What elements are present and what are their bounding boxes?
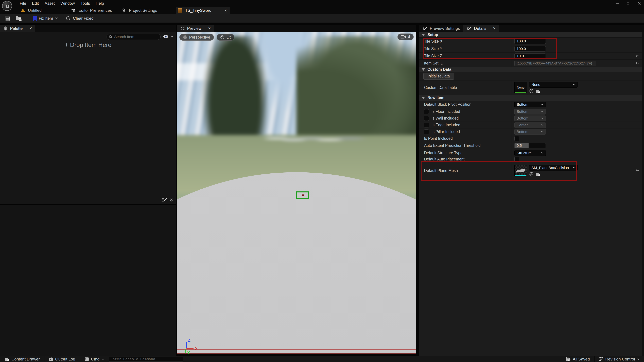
close-icon[interactable]: [634, 0, 644, 7]
tab-label: Palette: [10, 26, 23, 31]
revert-to-default-icon[interactable]: [635, 61, 640, 65]
camera-speed-button[interactable]: 4: [398, 34, 414, 40]
save-button[interactable]: [5, 15, 11, 21]
fix-item-button[interactable]: Fix Item: [33, 16, 58, 21]
auto-placement-checkbox[interactable]: [514, 157, 519, 162]
chevron-down-icon: [541, 152, 544, 154]
is-wall-checkbox[interactable]: [424, 116, 429, 121]
minimize-icon[interactable]: [613, 0, 622, 7]
row-is-floor-included: Is Floor Included Bottom: [419, 108, 644, 115]
structure-type-dropdown[interactable]: Structure: [514, 150, 546, 156]
tile-size-y-input[interactable]: 100.0: [514, 46, 546, 52]
lit-mode-button[interactable]: Lit: [216, 34, 234, 41]
palette-footer-icons: [162, 197, 173, 203]
section-setup[interactable]: Setup: [419, 32, 644, 38]
row-is-pillar-included: Is Pillar Included Bottom: [419, 129, 644, 135]
revision-control-button[interactable]: Revision Control: [594, 356, 644, 362]
row-tile-size-x: Tile Size X 100.0: [419, 38, 644, 45]
tab-preview[interactable]: Preview ×: [177, 25, 214, 32]
edit-defaults-icon[interactable]: [162, 197, 167, 203]
property-label: Is Wall Included: [432, 116, 459, 121]
tab-label: Project Settings: [129, 8, 157, 13]
console-command-input[interactable]: [110, 357, 180, 361]
use-selected-asset-icon[interactable]: [529, 172, 534, 176]
property-label: Is Point Included: [419, 136, 512, 141]
cube-icon: [183, 35, 187, 39]
restore-icon[interactable]: [624, 0, 633, 7]
pivot-dot: [302, 194, 304, 196]
close-icon[interactable]: ×: [208, 26, 211, 31]
grid-axis-line-red: [177, 349, 416, 350]
branch-icon: [599, 357, 603, 361]
menu-tools[interactable]: Tools: [78, 0, 93, 7]
content-drawer-button[interactable]: Content Drawer: [0, 356, 44, 362]
tab-ts-tinysword[interactable]: TS_TinySword ×: [176, 7, 230, 14]
auto-extent-threshold-input[interactable]: 0.5: [514, 143, 546, 148]
close-icon[interactable]: ×: [30, 26, 32, 31]
pencil-lines-icon: [467, 26, 472, 31]
menu-file[interactable]: File: [17, 0, 29, 7]
is-edge-checkbox[interactable]: [424, 123, 429, 127]
perspective-label: Perspective: [189, 35, 210, 40]
selection-wireframe[interactable]: [296, 191, 308, 199]
row-initialize-data: InitializeData: [419, 72, 644, 81]
details-scrollbar[interactable]: [642, 32, 644, 356]
property-label: Is Edge Included: [432, 123, 460, 127]
section-custom-data[interactable]: Custom Data: [419, 67, 644, 72]
thumbnail-text: None: [517, 86, 524, 89]
revert-to-default-icon[interactable]: [635, 54, 640, 58]
property-label: Auto Extent Prediction Threshold: [419, 143, 512, 148]
mesh-thumbnail[interactable]: [514, 165, 527, 176]
section-new-item[interactable]: New Item: [419, 95, 644, 101]
clear-fixed-button[interactable]: Clear Fixed: [66, 16, 94, 21]
custom-data-table-dropdown[interactable]: None: [529, 82, 578, 88]
use-selected-asset-icon[interactable]: [529, 89, 534, 93]
cmd-selector[interactable]: Cmd: [80, 356, 109, 362]
browse-to-asset-icon[interactable]: [536, 89, 540, 93]
is-floor-checkbox[interactable]: [424, 109, 429, 114]
tab-project-settings[interactable]: Project Settings: [119, 7, 176, 14]
close-icon[interactable]: ×: [493, 26, 496, 31]
palette-view-options[interactable]: [163, 35, 173, 39]
viewport-toolbar: Perspective Lit: [180, 34, 234, 41]
revert-to-default-icon[interactable]: [635, 169, 640, 173]
output-log-button[interactable]: Output Log: [44, 356, 80, 362]
menu-bar: File Edit Asset Window Tools Help: [17, 0, 107, 7]
row-default-plane-mesh: Default Plane Mesh SM_PlaneBoxCollision: [419, 162, 644, 179]
block-pivot-dropdown[interactable]: Bottom: [514, 102, 546, 107]
tab-editor-preferences[interactable]: Editor Preferences: [69, 7, 119, 14]
close-icon[interactable]: ×: [224, 8, 227, 13]
double-chevron-down-icon[interactable]: [170, 198, 173, 202]
tab-label: Preview Settings: [430, 26, 460, 31]
tab-untitled[interactable]: Untitled: [18, 7, 69, 14]
tab-details[interactable]: Details ×: [463, 25, 499, 32]
dropdown-value: Bottom: [516, 109, 528, 114]
browse-to-asset-button[interactable]: [16, 15, 22, 21]
is-pillar-checkbox[interactable]: [424, 130, 429, 134]
is-point-checkbox[interactable]: [514, 136, 519, 141]
all-saved-button[interactable]: All Saved: [562, 356, 594, 362]
menu-asset[interactable]: Asset: [42, 0, 58, 7]
asset-thumbnail[interactable]: None: [514, 82, 527, 93]
browse-to-asset-icon[interactable]: [536, 172, 540, 176]
document-tab-bar: Untitled Editor Preferences Project Sett…: [0, 7, 644, 14]
viewport[interactable]: Perspective Lit 4: [177, 32, 416, 354]
tile-size-x-input[interactable]: 100.0: [514, 39, 546, 44]
row-is-point-included: Is Point Included: [419, 135, 644, 142]
menu-help[interactable]: Help: [93, 0, 107, 7]
axis-x-label: X: [195, 346, 198, 351]
menu-window[interactable]: Window: [58, 0, 78, 7]
search-input[interactable]: [114, 35, 155, 39]
plane-mesh-dropdown[interactable]: SM_PlaneBoxCollision: [529, 165, 578, 171]
menu-edit[interactable]: Edit: [29, 0, 42, 7]
tile-size-z-input[interactable]: 10.0: [514, 53, 546, 59]
cmd-label: Cmd: [91, 357, 100, 361]
perspective-button[interactable]: Perspective: [180, 34, 214, 41]
initialize-data-button[interactable]: InitializeData: [424, 73, 454, 80]
tab-preview-settings[interactable]: Preview Settings: [419, 25, 463, 32]
row-tile-size-y: Tile Size Y 100.0: [419, 45, 644, 53]
dropdown-value: Center: [516, 123, 528, 127]
tab-palette[interactable]: Palette ×: [0, 25, 35, 32]
dropdown-value: Bottom: [516, 130, 528, 134]
palette-search[interactable]: [106, 34, 161, 40]
